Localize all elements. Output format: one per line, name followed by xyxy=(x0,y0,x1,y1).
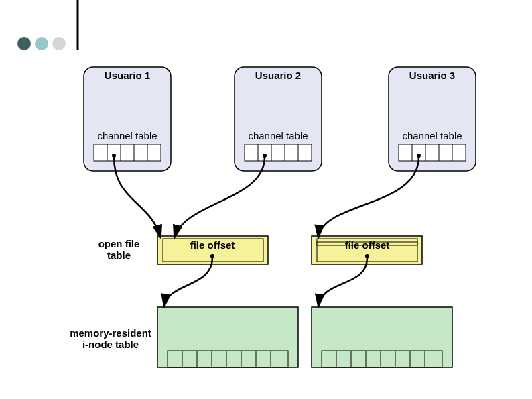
inode-table-label: memory-resident i-node table xyxy=(67,327,154,350)
user-title: Usuario 3 xyxy=(409,70,455,81)
channel-table-label: channel table xyxy=(402,130,462,141)
inode-table-1 xyxy=(157,307,298,367)
user-box-1: Usuario 1 channel table xyxy=(84,67,171,171)
file-offset-label: file offset xyxy=(190,239,235,251)
svg-rect-15 xyxy=(399,144,466,161)
inode-table-2 xyxy=(312,307,452,367)
bullet-icon xyxy=(52,37,66,50)
bullet-icon xyxy=(17,37,31,50)
arrow-icon xyxy=(318,258,367,307)
svg-rect-29 xyxy=(168,351,288,367)
channel-table-label: channel table xyxy=(248,130,308,141)
file-offset-label: file offset xyxy=(345,239,390,251)
bullet-icon xyxy=(35,37,48,50)
user-title: Usuario 1 xyxy=(105,70,150,81)
arrow-icon xyxy=(164,258,212,307)
channel-table-icon xyxy=(94,144,161,161)
user-box-2: Usuario 2 channel table xyxy=(235,67,322,171)
channel-table-icon xyxy=(399,144,466,161)
open-file-table-label: open file table xyxy=(87,238,151,261)
svg-rect-38 xyxy=(322,351,442,367)
channel-table-icon xyxy=(245,144,312,161)
channel-table-label: channel table xyxy=(97,130,157,141)
svg-rect-1 xyxy=(94,144,161,161)
user-title: Usuario 2 xyxy=(255,70,301,81)
user-box-3: Usuario 3 channel table xyxy=(389,67,476,171)
svg-rect-8 xyxy=(245,144,312,161)
